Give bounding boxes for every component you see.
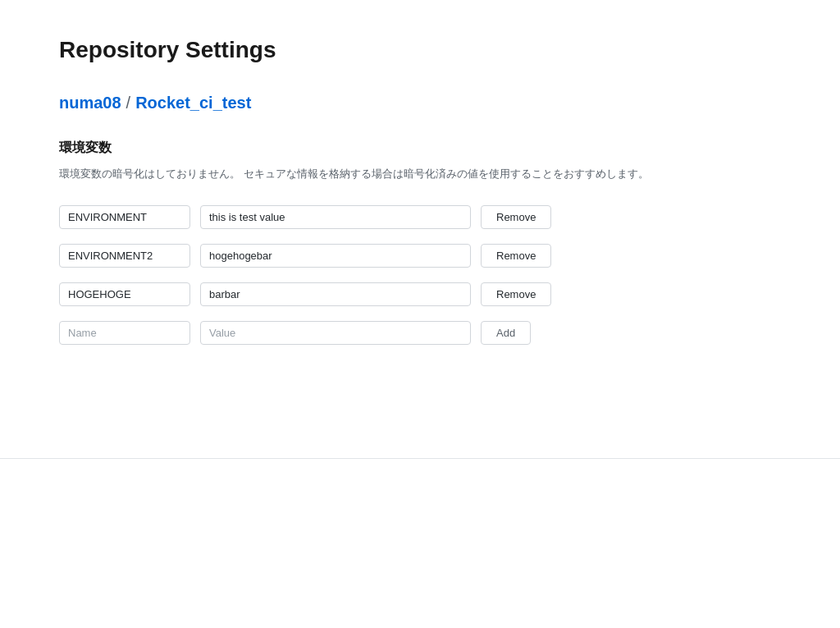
add-button[interactable]: Add bbox=[481, 321, 531, 345]
env-name-input-2[interactable] bbox=[59, 244, 190, 268]
env-value-input-1[interactable] bbox=[200, 205, 471, 229]
remove-button-2[interactable]: Remove bbox=[481, 244, 551, 268]
new-env-value-input[interactable] bbox=[200, 321, 471, 345]
env-row: Remove bbox=[59, 282, 781, 306]
breadcrumb-separator: / bbox=[126, 90, 131, 115]
remove-button-1[interactable]: Remove bbox=[481, 205, 551, 229]
page-container: Repository Settings numa08 / Rocket_ci_t… bbox=[26, 0, 814, 409]
new-env-name-input[interactable] bbox=[59, 321, 190, 345]
page-title: Repository Settings bbox=[59, 33, 781, 67]
env-list: Remove Remove Remove Add bbox=[59, 205, 781, 345]
env-value-input-3[interactable] bbox=[200, 282, 471, 306]
breadcrumb: numa08 / Rocket_ci_test bbox=[59, 90, 781, 115]
env-row: Remove bbox=[59, 205, 781, 229]
env-row: Remove bbox=[59, 244, 781, 268]
env-value-input-2[interactable] bbox=[200, 244, 471, 268]
env-name-input-1[interactable] bbox=[59, 205, 190, 229]
env-name-input-3[interactable] bbox=[59, 282, 190, 306]
repo-owner-link[interactable]: numa08 bbox=[59, 90, 121, 115]
page-divider bbox=[0, 458, 840, 459]
env-new-row: Add bbox=[59, 321, 781, 345]
repo-name-link[interactable]: Rocket_ci_test bbox=[135, 90, 251, 115]
remove-button-3[interactable]: Remove bbox=[481, 282, 551, 306]
section-title: 環境変数 bbox=[59, 138, 781, 158]
section-description: 環境変数の暗号化はしておりません。 セキュアな情報を格納する場合は暗号化済みの値… bbox=[59, 166, 781, 182]
